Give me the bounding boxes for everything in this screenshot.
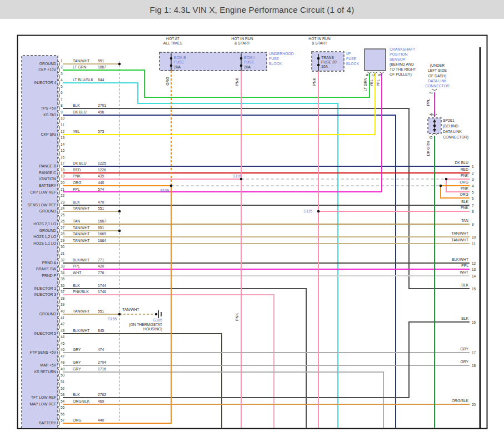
wire <box>63 372 383 428</box>
junction-dot <box>317 64 320 67</box>
pin-cavity <box>58 202 60 208</box>
pin-cavity <box>58 190 60 195</box>
pin-cavity <box>58 311 60 317</box>
component-box <box>159 52 267 71</box>
junction-dot <box>170 57 173 60</box>
pin-cavity <box>58 112 60 118</box>
pin-cavity <box>58 389 60 394</box>
junction-dot <box>240 65 243 67</box>
pin-cavity <box>58 375 60 381</box>
pin-cavity <box>58 125 60 131</box>
pin-cavity <box>58 254 60 259</box>
junction-dot <box>118 210 121 213</box>
component-box <box>312 52 344 71</box>
pin-cavity <box>58 221 60 227</box>
junction-dot <box>317 210 320 213</box>
pin-cavity <box>58 67 60 73</box>
connector-arc <box>380 72 384 73</box>
pin-cavity <box>58 87 60 92</box>
junction-dot <box>433 125 436 127</box>
pin-cavity <box>58 138 60 143</box>
pin-cavity <box>58 215 60 221</box>
junction-dot <box>118 230 121 232</box>
wire <box>63 186 171 423</box>
pin-cavity <box>58 292 60 298</box>
wire <box>63 334 222 428</box>
pin-cavity <box>58 350 60 355</box>
pin-cavity <box>58 260 60 266</box>
pin-cavity <box>58 344 60 349</box>
connector-arc <box>367 72 372 73</box>
junction-dot <box>445 178 448 181</box>
pin-cavity <box>58 74 60 80</box>
pin-cavity <box>58 266 60 272</box>
pin-cavity <box>58 305 60 310</box>
pin-cavity <box>58 408 60 413</box>
wiring-diagram: Fig 1: 4.3L VIN X, Engine Performance Ci… <box>0 0 504 441</box>
pin-cavity <box>58 414 60 420</box>
pin-cavity <box>58 100 60 105</box>
pin-cavity <box>58 209 60 214</box>
pin-cavity <box>58 286 60 291</box>
pin-cavity <box>58 318 60 324</box>
pin-cavity <box>58 382 60 388</box>
pin-cavity <box>58 183 60 189</box>
pin-cavity <box>58 369 60 375</box>
junction-dot <box>118 313 121 316</box>
pin-cavity <box>58 273 60 279</box>
pin-cavity <box>58 241 60 246</box>
pin-cavity <box>58 157 60 163</box>
pin-cavity <box>58 356 60 362</box>
pin-cavity <box>58 61 60 67</box>
junction-dot <box>118 63 121 66</box>
pin-cavity <box>58 337 60 343</box>
component-box <box>365 49 386 71</box>
connector-block <box>22 56 58 428</box>
wire <box>63 108 470 289</box>
pin-cavity <box>58 80 60 86</box>
connector-arc <box>373 72 377 73</box>
junction-dot <box>240 178 243 181</box>
wire <box>63 289 306 428</box>
pin-cavity <box>58 279 60 285</box>
junction-dot <box>170 185 173 187</box>
pin-cavity <box>58 196 60 201</box>
junction-dot <box>170 65 173 67</box>
pin-cavity <box>58 163 60 169</box>
pin-cavity <box>58 118 60 124</box>
pin-cavity <box>58 145 60 150</box>
pin-cavity <box>58 170 60 176</box>
pin-cavity <box>58 324 60 330</box>
pin-cavity <box>58 132 60 137</box>
pin-cavity <box>58 247 60 252</box>
pin-cavity <box>58 176 60 182</box>
pin-cavity <box>58 234 60 240</box>
pin-cavity <box>58 395 60 400</box>
wire <box>63 70 370 97</box>
pin-cavity <box>58 363 60 368</box>
wire-layer <box>0 0 504 441</box>
connector-arc <box>432 89 437 91</box>
pin-cavity <box>58 402 60 407</box>
pin-cavity <box>58 106 60 111</box>
diagram-border <box>18 36 487 429</box>
pin-cavity <box>58 299 60 304</box>
junction-dot <box>240 57 243 60</box>
pin-cavity <box>58 228 60 234</box>
junction-dot <box>155 313 158 316</box>
junction-dot <box>440 185 442 187</box>
pin-cavity <box>58 331 60 336</box>
junction-dot <box>317 57 320 60</box>
pin-cavity <box>58 420 60 426</box>
pin-cavity <box>58 151 60 156</box>
wire <box>63 115 396 428</box>
pin-cavity <box>58 93 60 98</box>
